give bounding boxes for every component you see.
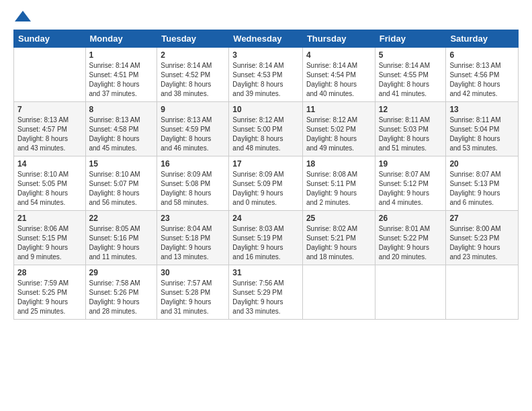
calendar-cell: 30Sunrise: 7:57 AM Sunset: 5:28 PM Dayli…: [157, 265, 229, 320]
calendar-cell: 24Sunrise: 8:03 AM Sunset: 5:19 PM Dayli…: [229, 211, 303, 265]
calendar-cell: 4Sunrise: 8:14 AM Sunset: 4:54 PM Daylig…: [302, 48, 375, 102]
day-info: Sunrise: 7:59 AM Sunset: 5:25 PM Dayligh…: [17, 279, 82, 316]
day-info: Sunrise: 8:01 AM Sunset: 5:22 PM Dayligh…: [379, 224, 443, 262]
calendar-cell: 6Sunrise: 8:13 AM Sunset: 4:56 PM Daylig…: [446, 48, 519, 102]
day-info: Sunrise: 8:08 AM Sunset: 5:11 PM Dayligh…: [306, 170, 371, 208]
day-info: Sunrise: 8:00 AM Sunset: 5:23 PM Dayligh…: [449, 224, 515, 262]
calendar-cell: 7Sunrise: 8:13 AM Sunset: 4:57 PM Daylig…: [14, 102, 86, 156]
page: SundayMondayTuesdayWednesdayThursdayFrid…: [0, 0, 532, 411]
day-number: 14: [17, 159, 82, 169]
day-header-friday: Friday: [375, 30, 446, 48]
week-row-5: 28Sunrise: 7:59 AM Sunset: 5:25 PM Dayli…: [14, 265, 519, 320]
day-number: 29: [89, 268, 154, 277]
day-number: 30: [161, 268, 225, 277]
day-info: Sunrise: 8:12 AM Sunset: 5:02 PM Dayligh…: [306, 116, 371, 153]
day-info: Sunrise: 8:11 AM Sunset: 5:03 PM Dayligh…: [379, 116, 443, 153]
calendar-cell: 3Sunrise: 8:14 AM Sunset: 4:53 PM Daylig…: [229, 48, 303, 102]
calendar-cell: 12Sunrise: 8:11 AM Sunset: 5:03 PM Dayli…: [375, 102, 446, 156]
day-info: Sunrise: 8:07 AM Sunset: 5:13 PM Dayligh…: [449, 170, 515, 208]
day-info: Sunrise: 7:56 AM Sunset: 5:29 PM Dayligh…: [232, 279, 299, 316]
day-number: 11: [306, 105, 371, 114]
week-row-2: 7Sunrise: 8:13 AM Sunset: 4:57 PM Daylig…: [14, 102, 519, 156]
day-number: 20: [449, 159, 515, 169]
calendar-cell: 11Sunrise: 8:12 AM Sunset: 5:02 PM Dayli…: [302, 102, 375, 156]
week-row-1: 1Sunrise: 8:14 AM Sunset: 4:51 PM Daylig…: [14, 48, 519, 102]
calendar-cell: [302, 265, 375, 320]
day-number: 3: [232, 50, 299, 60]
day-number: 21: [17, 214, 82, 223]
day-number: 1: [89, 50, 154, 60]
calendar-cell: 26Sunrise: 8:01 AM Sunset: 5:22 PM Dayli…: [375, 211, 446, 265]
day-number: 7: [17, 105, 82, 114]
day-info: Sunrise: 8:09 AM Sunset: 5:09 PM Dayligh…: [232, 170, 299, 208]
day-info: Sunrise: 8:13 AM Sunset: 4:59 PM Dayligh…: [161, 116, 225, 153]
day-info: Sunrise: 8:12 AM Sunset: 5:00 PM Dayligh…: [232, 116, 299, 153]
calendar-cell: 21Sunrise: 8:06 AM Sunset: 5:15 PM Dayli…: [14, 211, 86, 265]
calendar-cell: 17Sunrise: 8:09 AM Sunset: 5:09 PM Dayli…: [229, 156, 303, 211]
calendar-cell: 20Sunrise: 8:07 AM Sunset: 5:13 PM Dayli…: [446, 156, 519, 211]
day-number: 5: [379, 50, 443, 60]
logo: [13, 11, 31, 21]
day-header-sunday: Sunday: [14, 30, 86, 48]
day-info: Sunrise: 7:58 AM Sunset: 5:26 PM Dayligh…: [89, 279, 154, 316]
day-number: 4: [306, 50, 371, 60]
day-number: 9: [161, 105, 225, 114]
calendar-cell: 13Sunrise: 8:11 AM Sunset: 5:04 PM Dayli…: [446, 102, 519, 156]
day-info: Sunrise: 8:04 AM Sunset: 5:18 PM Dayligh…: [161, 224, 225, 262]
day-number: 28: [17, 268, 82, 277]
calendar-cell: [446, 265, 519, 320]
day-info: Sunrise: 8:10 AM Sunset: 5:07 PM Dayligh…: [89, 170, 154, 208]
calendar-header: SundayMondayTuesdayWednesdayThursdayFrid…: [14, 30, 519, 48]
day-info: Sunrise: 8:05 AM Sunset: 5:16 PM Dayligh…: [89, 224, 154, 262]
svg-marker-0: [15, 11, 31, 21]
calendar-cell: 29Sunrise: 7:58 AM Sunset: 5:26 PM Dayli…: [85, 265, 157, 320]
day-number: 26: [379, 214, 443, 223]
day-header-monday: Monday: [85, 30, 157, 48]
week-row-3: 14Sunrise: 8:10 AM Sunset: 5:05 PM Dayli…: [14, 156, 519, 211]
day-info: Sunrise: 8:06 AM Sunset: 5:15 PM Dayligh…: [17, 224, 82, 262]
day-info: Sunrise: 8:09 AM Sunset: 5:08 PM Dayligh…: [161, 170, 225, 208]
calendar: SundayMondayTuesdayWednesdayThursdayFrid…: [13, 30, 519, 320]
day-info: Sunrise: 8:10 AM Sunset: 5:05 PM Dayligh…: [17, 170, 82, 208]
header: [13, 11, 519, 21]
week-row-4: 21Sunrise: 8:06 AM Sunset: 5:15 PM Dayli…: [14, 211, 519, 265]
day-info: Sunrise: 8:11 AM Sunset: 5:04 PM Dayligh…: [449, 116, 515, 153]
day-info: Sunrise: 8:13 AM Sunset: 4:57 PM Dayligh…: [17, 116, 82, 153]
day-info: Sunrise: 8:13 AM Sunset: 4:58 PM Dayligh…: [89, 116, 154, 153]
day-header-saturday: Saturday: [446, 30, 519, 48]
calendar-cell: 5Sunrise: 8:14 AM Sunset: 4:55 PM Daylig…: [375, 48, 446, 102]
calendar-cell: 10Sunrise: 8:12 AM Sunset: 5:00 PM Dayli…: [229, 102, 303, 156]
calendar-cell: 25Sunrise: 8:02 AM Sunset: 5:21 PM Dayli…: [302, 211, 375, 265]
day-number: 19: [379, 159, 443, 169]
calendar-body: 1Sunrise: 8:14 AM Sunset: 4:51 PM Daylig…: [14, 48, 519, 320]
calendar-cell: 8Sunrise: 8:13 AM Sunset: 4:58 PM Daylig…: [85, 102, 157, 156]
day-info: Sunrise: 8:14 AM Sunset: 4:53 PM Dayligh…: [232, 61, 299, 99]
day-number: 23: [161, 214, 225, 223]
day-number: 18: [306, 159, 371, 169]
calendar-cell: 23Sunrise: 8:04 AM Sunset: 5:18 PM Dayli…: [157, 211, 229, 265]
day-number: 27: [449, 214, 515, 223]
day-number: 31: [232, 268, 299, 277]
day-number: 6: [449, 50, 515, 60]
day-number: 16: [161, 159, 225, 169]
day-number: 24: [232, 214, 299, 223]
calendar-cell: 28Sunrise: 7:59 AM Sunset: 5:25 PM Dayli…: [14, 265, 86, 320]
calendar-cell: 19Sunrise: 8:07 AM Sunset: 5:12 PM Dayli…: [375, 156, 446, 211]
calendar-cell: 18Sunrise: 8:08 AM Sunset: 5:11 PM Dayli…: [302, 156, 375, 211]
day-number: 15: [89, 159, 154, 169]
day-info: Sunrise: 8:03 AM Sunset: 5:19 PM Dayligh…: [232, 224, 299, 262]
calendar-cell: [14, 48, 86, 102]
header-row: SundayMondayTuesdayWednesdayThursdayFrid…: [14, 30, 519, 48]
calendar-cell: 31Sunrise: 7:56 AM Sunset: 5:29 PM Dayli…: [229, 265, 303, 320]
calendar-cell: [375, 265, 446, 320]
day-info: Sunrise: 8:07 AM Sunset: 5:12 PM Dayligh…: [379, 170, 443, 208]
day-info: Sunrise: 8:14 AM Sunset: 4:54 PM Dayligh…: [306, 61, 371, 99]
day-info: Sunrise: 8:14 AM Sunset: 4:52 PM Dayligh…: [161, 61, 225, 99]
day-number: 8: [89, 105, 154, 114]
day-number: 25: [306, 214, 371, 223]
calendar-cell: 2Sunrise: 8:14 AM Sunset: 4:52 PM Daylig…: [157, 48, 229, 102]
day-number: 17: [232, 159, 299, 169]
day-info: Sunrise: 8:02 AM Sunset: 5:21 PM Dayligh…: [306, 224, 371, 262]
day-number: 22: [89, 214, 154, 223]
calendar-cell: 1Sunrise: 8:14 AM Sunset: 4:51 PM Daylig…: [85, 48, 157, 102]
